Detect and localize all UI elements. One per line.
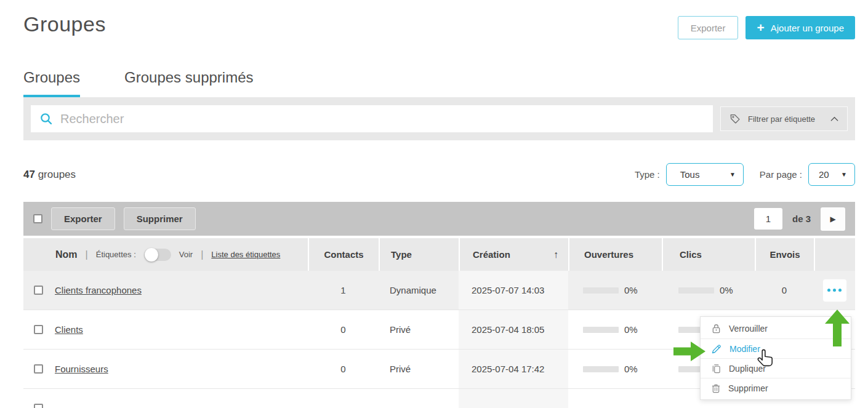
caret-down-icon: ▼	[841, 171, 847, 178]
tab-deleted-groups[interactable]: Groupes supprimés	[124, 69, 253, 97]
type-value: Privé	[379, 350, 459, 388]
clicks-value: 0%	[720, 285, 733, 295]
menu-item-duplicate[interactable]: Dupliquer	[701, 358, 851, 378]
menu-item-label: Supprimer	[728, 383, 768, 393]
sort-asc-icon: ↑	[553, 249, 558, 260]
group-count-suffix: groupes	[35, 169, 76, 180]
type-value: Dynamique	[379, 271, 459, 310]
add-group-button-label: Ajouter un groupe	[771, 23, 844, 33]
header-creation-label: Création	[473, 249, 510, 260]
row-checkbox[interactable]	[34, 404, 43, 408]
bulk-delete-button[interactable]: Supprimer	[124, 207, 196, 230]
page-total-label: de 3	[792, 214, 811, 224]
header-name-label: Nom	[55, 249, 78, 260]
header-contacts[interactable]: Contacts	[308, 238, 379, 271]
group-name-link[interactable]: Fournisseurs	[55, 364, 108, 374]
tags-action-label: Voir	[179, 250, 193, 259]
export-button[interactable]: Exporter	[678, 16, 739, 39]
plus-icon: +	[757, 21, 764, 34]
tab-groups[interactable]: Groupes	[23, 69, 80, 97]
row-actions-button[interactable]	[823, 279, 846, 302]
row-checkbox[interactable]	[34, 364, 43, 374]
pencil-icon	[712, 344, 721, 354]
filter-by-tag-button[interactable]: Filtrer par étiquette	[720, 106, 848, 131]
caret-down-icon: ▼	[729, 171, 736, 178]
header-separator: |	[201, 249, 203, 260]
contacts-value: 0	[308, 350, 379, 388]
header-actions-col	[814, 238, 855, 271]
header-name: Nom | Étiquettes : Voir | Liste des étiq…	[23, 238, 308, 271]
table-toolbar: Exporter Supprimer de 3 ▶	[23, 202, 855, 236]
list-meta-row: 47 groupes Type : Tous ▼ Par page : 20 ▼	[23, 163, 855, 186]
tab-bar: Groupes Groupes supprimés	[23, 69, 855, 97]
tags-list-link[interactable]: Liste des étiquettes	[211, 250, 280, 259]
chevron-up-icon	[830, 116, 838, 122]
row-checkbox[interactable]	[34, 286, 43, 295]
clicks-cell: 0%	[662, 271, 755, 310]
select-all-checkbox[interactable]	[33, 214, 42, 223]
type-value: Privé	[379, 310, 459, 349]
openings-cell: 0%	[568, 350, 662, 388]
search-icon	[39, 112, 53, 126]
header-openings[interactable]: Ouvertures	[568, 238, 662, 271]
openings-value: 0%	[624, 324, 638, 335]
sendings-value: 0	[755, 271, 814, 310]
search-box	[31, 105, 713, 132]
copy-icon	[712, 364, 721, 374]
search-input[interactable]	[60, 105, 704, 132]
table-row: Clients francophones 1 Dynamique 2025-07…	[23, 271, 855, 310]
openings-value: 0%	[624, 364, 638, 374]
annotation-arrow-right	[673, 342, 705, 361]
group-name-link[interactable]: Clients francophones	[55, 285, 142, 295]
clicks-progress-bar	[678, 287, 714, 294]
tags-toggle[interactable]	[144, 249, 171, 261]
openings-progress-bar	[583, 327, 619, 333]
list-filters: Type : Tous ▼ Par page : 20 ▼	[635, 163, 855, 186]
tags-label: Étiquettes :	[96, 250, 136, 259]
type-filter-label: Type :	[635, 169, 660, 180]
next-arrow-icon: ▶	[830, 215, 835, 223]
tag-icon	[729, 113, 741, 124]
next-page-button[interactable]: ▶	[821, 207, 845, 231]
menu-item-label: Modifier	[729, 344, 760, 354]
trash-icon	[712, 383, 720, 393]
openings-value: 0%	[624, 285, 638, 295]
header-actions: Exporter + Ajouter un groupe	[678, 16, 855, 39]
row-checkbox[interactable]	[34, 325, 43, 334]
header-type[interactable]: Type	[379, 238, 459, 271]
creation-value: 2025-07-04 17:42	[459, 350, 568, 388]
menu-item-delete[interactable]: Supprimer	[701, 378, 851, 398]
type-filter-select[interactable]: Tous ▼	[666, 163, 744, 186]
add-group-button[interactable]: + Ajouter un groupe	[745, 16, 855, 39]
per-page-label: Par page :	[760, 169, 802, 180]
annotation-arrow-up	[825, 310, 850, 346]
openings-progress-bar	[583, 366, 619, 372]
type-filter-value: Tous	[680, 169, 700, 180]
header-creation[interactable]: Création ↑	[459, 238, 568, 271]
creation-value: 2025-07-04 18:05	[459, 310, 568, 349]
openings-progress-bar	[583, 287, 619, 294]
export-button-label: Exporter	[691, 23, 726, 33]
filter-by-tag-label: Filtrer par étiquette	[748, 114, 823, 124]
page-header: Groupes Exporter + Ajouter un groupe	[23, 0, 855, 39]
toggle-knob	[145, 248, 158, 262]
openings-cell: 0%	[568, 310, 662, 349]
header-separator: |	[86, 249, 88, 260]
groups-page: Groupes Exporter + Ajouter un groupe Gro…	[0, 0, 868, 408]
per-page-select[interactable]: 20 ▼	[808, 163, 855, 186]
search-panel: Filtrer par étiquette	[23, 97, 855, 140]
lock-icon	[712, 324, 721, 334]
hand-cursor-icon	[757, 348, 775, 368]
bulk-export-button[interactable]: Exporter	[51, 207, 115, 230]
header-clicks[interactable]: Clics	[662, 238, 755, 271]
table-header-row: Nom | Étiquettes : Voir | Liste des étiq…	[23, 238, 855, 271]
contacts-value: 1	[308, 271, 379, 310]
page-number-input[interactable]	[754, 208, 782, 230]
contacts-value: 0	[308, 310, 379, 349]
per-page-value: 20	[819, 169, 829, 180]
group-name-link[interactable]: Clients	[55, 324, 83, 335]
group-count-value: 47	[23, 169, 35, 180]
creation-value: 2025-07-07 14:03	[459, 271, 568, 310]
header-sendings[interactable]: Envois	[755, 238, 814, 271]
group-count: 47 groupes	[23, 169, 76, 181]
